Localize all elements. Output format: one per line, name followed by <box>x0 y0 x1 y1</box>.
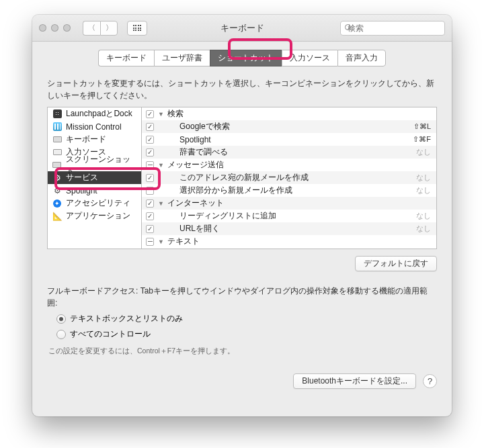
row-label: このアドレス宛の新規メールを作成 <box>167 172 401 183</box>
row-label: Googleで検索 <box>167 121 401 132</box>
shortcut-none[interactable]: なし <box>405 147 431 157</box>
shortcut-row[interactable]: このアドレス宛の新規メールを作成なし <box>142 171 436 184</box>
category-item[interactable]: LaunchpadとDock <box>48 107 141 120</box>
full-keyboard-access-label: フルキーボードアクセス: Tabキーを押してウインドウやダイアログ内の操作対象を… <box>47 285 437 309</box>
shortcut-list[interactable]: ▼検索Googleで検索⇧⌘LSpotlight⇧⌘F辞書で調べるなし▼メッセー… <box>141 107 437 249</box>
restore-defaults-button[interactable]: デフォルトに戻す <box>355 256 437 271</box>
show-all-button[interactable] <box>127 21 147 36</box>
kb-icon <box>52 161 62 170</box>
checkbox[interactable] <box>146 225 154 233</box>
tab-bar: キーボードユーザ辞書ショートカット入力ソース音声入力 <box>47 50 437 66</box>
checkbox[interactable] <box>146 212 154 220</box>
tab-2[interactable]: ショートカット <box>210 50 282 66</box>
shortcut-row[interactable]: Googleで検索⇧⌘L <box>142 120 436 133</box>
shortcut-row[interactable]: リーディングリストに追加なし <box>142 210 436 222</box>
checkbox[interactable] <box>146 136 154 144</box>
disclosure-triangle-icon[interactable]: ▼ <box>158 162 163 169</box>
shortcut-row[interactable]: URLを開くなし <box>142 222 436 235</box>
checkbox[interactable] <box>146 187 154 195</box>
category-label: アクセシビリティ <box>66 197 130 209</box>
shortcut-keys[interactable]: ⇧⌘L <box>405 122 431 131</box>
forward-button[interactable]: 〉 <box>100 21 118 36</box>
radio-textboxes-only[interactable]: テキストボックスとリストのみ <box>56 313 437 324</box>
radio-label: すべてのコントロール <box>70 328 151 340</box>
row-label: インターネット <box>167 197 431 209</box>
tab-3[interactable]: 入力ソース <box>282 50 337 66</box>
row-label: 検索 <box>167 108 431 120</box>
chevron-right-icon: 〉 <box>106 23 113 33</box>
gear-dark-icon: ⚙ <box>52 186 62 195</box>
disclosure-triangle-icon[interactable]: ▼ <box>158 238 163 245</box>
disclosure-triangle-icon[interactable]: ▼ <box>158 111 163 118</box>
row-label: テキスト <box>167 236 431 247</box>
footer: Bluetoothキーボードを設定... ? <box>47 373 437 389</box>
shortcut-panels: LaunchpadとDockMission Controlキーボード入力ソースス… <box>47 107 437 249</box>
radio-all-controls[interactable]: すべてのコントロール <box>56 328 437 340</box>
shortcut-row[interactable]: 辞書で調べるなし <box>142 146 436 159</box>
help-icon: ? <box>428 376 432 386</box>
category-item[interactable]: キーボード <box>48 133 141 146</box>
close-window-button[interactable] <box>39 24 46 32</box>
shortcut-none[interactable]: なし <box>405 224 431 234</box>
tab-0[interactable]: キーボード <box>98 50 154 66</box>
category-item[interactable]: スクリーンショット <box>48 159 141 171</box>
tab-1[interactable]: ユーザ辞書 <box>154 50 210 66</box>
chevron-left-icon: 〈 <box>88 23 95 33</box>
shortcut-keys[interactable]: ⇧⌘F <box>405 135 431 144</box>
checkbox[interactable] <box>146 199 154 208</box>
titlebar: 〈 〉 キーボード <box>32 15 452 42</box>
category-item[interactable]: Mission Control <box>48 120 141 133</box>
checkbox[interactable] <box>146 148 154 156</box>
row-label: URLを開く <box>167 223 401 234</box>
category-label: サービス <box>66 172 98 183</box>
app-icon: 📐 <box>52 212 62 221</box>
shortcut-none[interactable]: なし <box>405 211 431 221</box>
window-body: キーボードユーザ辞書ショートカット入力ソース音声入力 ショートカットを変更するに… <box>32 42 452 398</box>
shortcut-group-row[interactable]: ▼検索 <box>142 107 436 120</box>
preferences-window: 〈 〉 キーボード キーボードユーザ辞書ショートカット入力ソース音声入力 ショー… <box>32 15 452 416</box>
back-button[interactable]: 〈 <box>83 21 100 36</box>
shortcut-none[interactable]: なし <box>405 173 431 183</box>
shortcut-row[interactable]: Spotlight⇧⌘F <box>142 133 436 146</box>
checkbox[interactable] <box>146 110 154 118</box>
nav-segment: 〈 〉 <box>83 21 118 36</box>
zoom-window-button[interactable] <box>63 24 71 32</box>
search-input[interactable] <box>348 24 448 33</box>
search-field-wrap[interactable] <box>340 21 445 36</box>
mc-icon <box>52 122 62 132</box>
shortcut-group-row[interactable]: ▼メッセージ送信 <box>142 159 436 171</box>
traffic-lights <box>39 24 71 32</box>
category-item[interactable]: ✦アクセシビリティ <box>48 197 141 210</box>
shortcut-group-row[interactable]: ▼テキスト <box>142 235 436 248</box>
shortcut-group-row[interactable]: ▼インターネット <box>142 197 436 210</box>
radio-icon <box>56 330 66 339</box>
row-label: Spotlight <box>167 135 401 144</box>
category-label: Spotlight <box>66 186 97 195</box>
shortcut-row[interactable]: 選択部分から新規メールを作成なし <box>142 184 436 197</box>
restore-row: デフォルトに戻す <box>47 256 437 271</box>
category-label: LaunchpadとDock <box>66 108 132 120</box>
kb-icon <box>52 135 62 144</box>
row-label: リーディングリストに追加 <box>167 210 401 222</box>
gear-icon: ⚙ <box>52 173 62 183</box>
hint-text: この設定を変更するには、Control＋F7キーを押します。 <box>48 347 437 356</box>
category-item[interactable]: 📐アプリケーション <box>48 210 141 222</box>
checkbox[interactable] <box>146 174 154 182</box>
radio-icon <box>56 314 66 324</box>
tab-4[interactable]: 音声入力 <box>337 50 386 66</box>
row-label: 辞書で調べる <box>167 146 401 158</box>
shortcut-none[interactable]: なし <box>405 185 431 195</box>
row-label: 選択部分から新規メールを作成 <box>167 185 401 196</box>
bluetooth-keyboard-button[interactable]: Bluetoothキーボードを設定... <box>293 373 416 389</box>
checkbox[interactable] <box>146 123 154 131</box>
checkbox[interactable] <box>146 161 154 169</box>
help-button[interactable]: ? <box>423 374 437 388</box>
disclosure-triangle-icon[interactable]: ▼ <box>158 200 163 207</box>
checkbox[interactable] <box>146 238 154 246</box>
category-list[interactable]: LaunchpadとDockMission Controlキーボード入力ソースス… <box>47 107 141 249</box>
minimize-window-button[interactable] <box>51 24 58 32</box>
category-label: キーボード <box>66 134 106 145</box>
category-item[interactable]: ⚙Spotlight <box>48 184 141 197</box>
radio-label: テキストボックスとリストのみ <box>70 313 183 324</box>
row-label: メッセージ送信 <box>167 159 431 171</box>
